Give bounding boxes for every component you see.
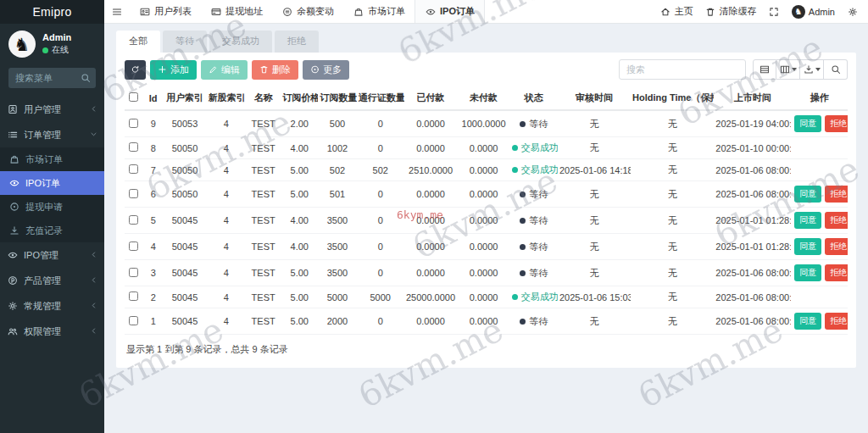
filter-tab-waiting[interactable]: 等待 xyxy=(163,31,207,53)
row-checkbox[interactable] xyxy=(129,119,138,128)
circle-dot-icon xyxy=(8,202,19,213)
row-checkbox[interactable] xyxy=(129,189,138,198)
status-dot-icon xyxy=(512,294,518,300)
pencil-icon xyxy=(209,65,218,75)
row-checkbox[interactable] xyxy=(129,142,138,152)
status-badge: 交易成功 xyxy=(512,164,558,176)
nav-tab-user-list[interactable]: 用户列表 xyxy=(130,0,201,23)
sidebar-item-order-management[interactable]: 订单管理 xyxy=(0,122,104,147)
settings-button[interactable] xyxy=(847,6,858,17)
reject-button[interactable]: 拒绝 xyxy=(825,313,848,330)
search-button[interactable] xyxy=(824,59,848,80)
cell: TEST xyxy=(246,260,281,286)
sidebar-item-product-management[interactable]: 产品管理 xyxy=(0,268,104,293)
cell: TEST xyxy=(246,286,281,308)
sidebar-item-recharge-records[interactable]: 充值记录 xyxy=(0,219,104,242)
reject-button[interactable]: 拒绝 xyxy=(825,186,848,203)
cell: 0.0000 xyxy=(457,181,510,208)
cell: 0 xyxy=(357,110,404,137)
approve-button[interactable]: 同意 xyxy=(794,115,821,132)
export-button[interactable] xyxy=(800,59,824,80)
row-checkbox[interactable] xyxy=(129,291,138,301)
nav-tab-balance-changes[interactable]: 余额变动 xyxy=(272,0,343,23)
admin-menu[interactable]: ♞Admin xyxy=(792,5,835,19)
more-button[interactable]: 更多 xyxy=(303,60,349,80)
cell: 0.0000 xyxy=(404,181,458,208)
column-header: 用户索引 xyxy=(163,86,206,110)
row-checkbox[interactable] xyxy=(129,215,138,225)
chevron-down-icon xyxy=(90,130,97,140)
cell: 50045 xyxy=(163,286,206,308)
approve-button[interactable]: 同意 xyxy=(794,313,821,330)
sidebar-menu: 用户管理订单管理市场订单IPO订单提现申请充值记录IPO管理产品管理常规管理权限… xyxy=(0,97,104,344)
cell: 1002 xyxy=(318,137,356,159)
cell: 7 xyxy=(143,159,164,181)
status-dot-icon xyxy=(520,244,526,250)
table-search-input[interactable] xyxy=(619,59,746,80)
user-name: Admin xyxy=(42,32,71,42)
cell: TEST xyxy=(246,110,281,137)
cell: 6 xyxy=(143,181,164,208)
approve-button[interactable]: 同意 xyxy=(794,238,821,255)
status-dot-icon xyxy=(520,270,526,276)
delete-button[interactable]: 删除 xyxy=(252,60,298,80)
cell: 50050 xyxy=(163,137,206,159)
sidebar-item-withdraw-requests[interactable]: 提现申请 xyxy=(0,195,104,219)
row-checkbox[interactable] xyxy=(129,241,138,251)
home-link[interactable]: 主页 xyxy=(660,5,693,18)
nav-tab-market-orders[interactable]: 市场订单 xyxy=(343,0,415,23)
status-filter-tabs: 全部等待交易成功拒绝 xyxy=(116,31,856,53)
user-status: 在线 xyxy=(42,44,71,56)
clear-cache-button[interactable]: 清除缓存 xyxy=(705,5,757,18)
column-header: 名称 xyxy=(246,86,281,110)
listing-time-cell: 2025-01-01 01:28:10 xyxy=(714,208,791,234)
app-window: Emipro ♞ Admin 在线 用户管理订单管理市场订单IPO订单提现申请充… xyxy=(0,0,868,433)
review-time-cell: 2025-01-06 15:03:55 xyxy=(558,286,631,308)
cell: 0.0000 xyxy=(404,308,458,335)
filter-tab-rejected[interactable]: 拒绝 xyxy=(275,31,319,53)
add-button[interactable]: 添加 xyxy=(150,60,197,80)
nav-tab-ipo-orders[interactable]: IPO订单 xyxy=(415,0,485,23)
approve-button[interactable]: 同意 xyxy=(794,264,821,281)
status-dot-icon xyxy=(512,167,518,173)
cell: 2000 xyxy=(318,308,356,335)
sidebar-item-ipo-management[interactable]: IPO管理 xyxy=(0,242,104,268)
sidebar-toggle-button[interactable] xyxy=(104,0,130,23)
reject-button[interactable]: 拒绝 xyxy=(825,115,848,132)
select-all-checkbox[interactable] xyxy=(129,92,138,102)
refresh-button[interactable] xyxy=(125,60,146,80)
fullscreen-button[interactable] xyxy=(769,6,780,17)
sidebar-item-permission-management[interactable]: 权限管理 xyxy=(0,319,104,344)
sidebar-item-market-orders[interactable]: 市场订单 xyxy=(0,147,104,171)
coin-icon xyxy=(281,6,292,17)
column-header: Holding Time（保持时间） xyxy=(631,86,714,110)
reject-button[interactable]: 拒绝 xyxy=(825,238,848,255)
filter-tab-all[interactable]: 全部 xyxy=(116,31,160,53)
reject-button[interactable]: 拒绝 xyxy=(825,264,848,281)
status-cell: 等待 xyxy=(510,181,558,208)
cell: 502 xyxy=(318,159,356,181)
review-time-cell: 无 xyxy=(558,260,631,286)
nav-tab-withdraw-address[interactable]: 提现地址 xyxy=(201,0,272,23)
cell: 5000 xyxy=(318,286,356,308)
cell: 5 xyxy=(143,208,164,234)
sidebar-item-general-management[interactable]: 常规管理 xyxy=(0,293,104,319)
id-card-icon xyxy=(139,6,150,17)
holding-time-cell: 无 xyxy=(631,308,714,335)
filter-tab-success[interactable]: 交易成功 xyxy=(209,31,272,53)
users-icon xyxy=(7,326,18,337)
reject-button[interactable]: 拒绝 xyxy=(825,212,848,229)
row-checkbox[interactable] xyxy=(129,316,138,325)
row-checkbox[interactable] xyxy=(129,164,138,174)
table-row: 2500454TEST5.005000500025000.00000.0000交… xyxy=(125,286,848,308)
approve-button[interactable]: 同意 xyxy=(794,186,821,203)
sidebar-item-ipo-orders[interactable]: IPO订单 xyxy=(0,171,104,195)
row-checkbox[interactable] xyxy=(129,268,138,277)
cell: 50045 xyxy=(163,260,206,286)
edit-button[interactable]: 编辑 xyxy=(201,60,248,80)
sidebar-item-user-management[interactable]: 用户管理 xyxy=(0,97,104,122)
columns-button[interactable] xyxy=(776,59,800,80)
download-icon xyxy=(8,225,19,236)
toggle-view-button[interactable] xyxy=(753,59,776,80)
approve-button[interactable]: 同意 xyxy=(794,212,821,229)
